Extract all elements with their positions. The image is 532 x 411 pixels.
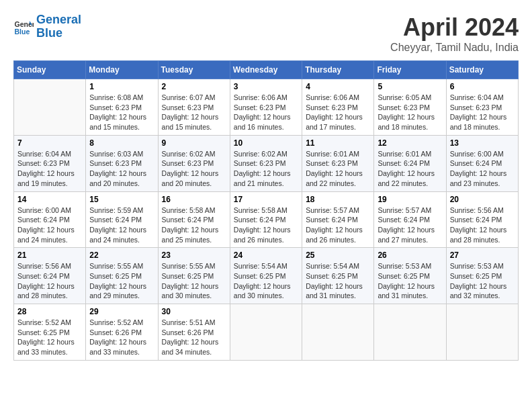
- calendar-cell: 20Sunrise: 5:56 AM Sunset: 6:24 PM Dayli…: [446, 191, 518, 248]
- calendar-cell: 19Sunrise: 5:57 AM Sunset: 6:24 PM Dayli…: [374, 191, 446, 248]
- day-info: Sunrise: 6:01 AM Sunset: 6:24 PM Dayligh…: [378, 149, 442, 189]
- day-number: 27: [450, 250, 515, 260]
- day-number: 24: [234, 250, 298, 260]
- day-number: 21: [17, 250, 82, 260]
- day-info: Sunrise: 6:03 AM Sunset: 6:23 PM Dayligh…: [89, 149, 154, 189]
- logo-text: General Blue: [36, 13, 81, 40]
- day-number: 1: [89, 82, 154, 91]
- calendar-cell: 17Sunrise: 5:58 AM Sunset: 6:24 PM Dayli…: [230, 191, 302, 248]
- weekday-header-wednesday: Wednesday: [230, 61, 302, 79]
- weekday-header-saturday: Saturday: [446, 61, 518, 79]
- logo-icon: General Blue: [13, 17, 34, 37]
- day-info: Sunrise: 6:04 AM Sunset: 6:23 PM Dayligh…: [450, 93, 515, 132]
- day-info: Sunrise: 5:51 AM Sunset: 6:26 PM Dayligh…: [162, 318, 226, 357]
- day-number: 7: [17, 138, 82, 148]
- weekday-header-friday: Friday: [374, 61, 446, 79]
- day-info: Sunrise: 5:55 AM Sunset: 6:25 PM Dayligh…: [89, 261, 154, 301]
- day-number: 3: [234, 82, 298, 91]
- logo: General Blue General Blue: [13, 13, 81, 40]
- day-number: 9: [162, 138, 226, 148]
- day-number: 6: [450, 82, 515, 91]
- logo-line1: General: [36, 13, 81, 26]
- calendar-cell: 8Sunrise: 6:03 AM Sunset: 6:23 PM Daylig…: [86, 135, 158, 191]
- day-number: 26: [378, 250, 442, 260]
- day-number: 20: [450, 195, 515, 204]
- calendar-cell: 27Sunrise: 5:53 AM Sunset: 6:25 PM Dayli…: [446, 248, 518, 304]
- calendar-cell: 14Sunrise: 6:00 AM Sunset: 6:24 PM Dayli…: [14, 191, 86, 248]
- day-number: 12: [378, 138, 442, 148]
- calendar-cell: 28Sunrise: 5:52 AM Sunset: 6:25 PM Dayli…: [14, 304, 86, 361]
- location: Cheyyar, Tamil Nadu, India: [390, 42, 519, 54]
- calendar-cell: 16Sunrise: 5:58 AM Sunset: 6:24 PM Dayli…: [158, 191, 230, 248]
- day-number: 15: [89, 195, 154, 204]
- calendar-cell: 1Sunrise: 6:08 AM Sunset: 6:23 PM Daylig…: [86, 79, 158, 136]
- calendar-body: 1Sunrise: 6:08 AM Sunset: 6:23 PM Daylig…: [14, 79, 519, 361]
- day-number: 11: [306, 138, 370, 148]
- day-info: Sunrise: 5:53 AM Sunset: 6:25 PM Dayligh…: [450, 261, 515, 301]
- svg-text:Blue: Blue: [15, 27, 30, 35]
- calendar-cell: 4Sunrise: 6:06 AM Sunset: 6:23 PM Daylig…: [302, 79, 374, 136]
- calendar-cell: [230, 304, 302, 361]
- day-info: Sunrise: 6:08 AM Sunset: 6:23 PM Dayligh…: [89, 93, 154, 132]
- day-number: 8: [89, 138, 154, 148]
- calendar-cell: 30Sunrise: 5:51 AM Sunset: 6:26 PM Dayli…: [158, 304, 230, 361]
- calendar-week-row: 28Sunrise: 5:52 AM Sunset: 6:25 PM Dayli…: [14, 304, 519, 361]
- day-number: 22: [89, 250, 154, 260]
- title-block: April 2024 Cheyyar, Tamil Nadu, India: [390, 13, 519, 54]
- calendar-cell: 10Sunrise: 6:02 AM Sunset: 6:23 PM Dayli…: [230, 135, 302, 191]
- weekday-header-thursday: Thursday: [302, 61, 374, 79]
- day-info: Sunrise: 5:52 AM Sunset: 6:26 PM Dayligh…: [89, 318, 154, 357]
- day-number: 25: [306, 250, 370, 260]
- day-number: 17: [234, 195, 298, 204]
- day-info: Sunrise: 5:57 AM Sunset: 6:24 PM Dayligh…: [306, 205, 370, 245]
- day-number: 4: [306, 82, 370, 91]
- weekday-header-row: SundayMondayTuesdayWednesdayThursdayFrid…: [14, 61, 519, 79]
- day-number: 29: [89, 307, 154, 316]
- day-number: 23: [162, 250, 226, 260]
- calendar-cell: 23Sunrise: 5:55 AM Sunset: 6:25 PM Dayli…: [158, 248, 230, 304]
- calendar-week-row: 7Sunrise: 6:04 AM Sunset: 6:23 PM Daylig…: [14, 135, 519, 191]
- calendar-cell: 6Sunrise: 6:04 AM Sunset: 6:23 PM Daylig…: [446, 79, 518, 136]
- day-number: 19: [378, 195, 442, 204]
- calendar-cell: 24Sunrise: 5:54 AM Sunset: 6:25 PM Dayli…: [230, 248, 302, 304]
- day-number: 16: [162, 195, 226, 204]
- day-number: 18: [306, 195, 370, 204]
- calendar-cell: [302, 304, 374, 361]
- calendar-week-row: 21Sunrise: 5:56 AM Sunset: 6:24 PM Dayli…: [14, 248, 519, 304]
- calendar-cell: 22Sunrise: 5:55 AM Sunset: 6:25 PM Dayli…: [86, 248, 158, 304]
- day-info: Sunrise: 6:07 AM Sunset: 6:23 PM Dayligh…: [162, 93, 226, 132]
- day-number: 30: [162, 307, 226, 316]
- day-number: 28: [17, 307, 82, 316]
- calendar-cell: 18Sunrise: 5:57 AM Sunset: 6:24 PM Dayli…: [302, 191, 374, 248]
- day-info: Sunrise: 5:58 AM Sunset: 6:24 PM Dayligh…: [162, 205, 226, 245]
- calendar-cell: 3Sunrise: 6:06 AM Sunset: 6:23 PM Daylig…: [230, 79, 302, 136]
- calendar-cell: [14, 79, 86, 136]
- day-info: Sunrise: 5:54 AM Sunset: 6:25 PM Dayligh…: [306, 261, 370, 301]
- calendar-week-row: 14Sunrise: 6:00 AM Sunset: 6:24 PM Dayli…: [14, 191, 519, 248]
- month-title: April 2024: [390, 13, 519, 42]
- day-info: Sunrise: 6:02 AM Sunset: 6:23 PM Dayligh…: [162, 149, 226, 189]
- day-info: Sunrise: 6:06 AM Sunset: 6:23 PM Dayligh…: [306, 93, 370, 132]
- calendar-cell: 29Sunrise: 5:52 AM Sunset: 6:26 PM Dayli…: [86, 304, 158, 361]
- calendar-table: SundayMondayTuesdayWednesdayThursdayFrid…: [13, 60, 519, 361]
- header: General Blue General Blue April 2024 Che…: [13, 13, 519, 54]
- day-info: Sunrise: 5:54 AM Sunset: 6:25 PM Dayligh…: [234, 261, 298, 301]
- calendar-cell: 25Sunrise: 5:54 AM Sunset: 6:25 PM Dayli…: [302, 248, 374, 304]
- day-info: Sunrise: 5:52 AM Sunset: 6:25 PM Dayligh…: [17, 318, 82, 357]
- calendar-cell: 21Sunrise: 5:56 AM Sunset: 6:24 PM Dayli…: [14, 248, 86, 304]
- calendar-week-row: 1Sunrise: 6:08 AM Sunset: 6:23 PM Daylig…: [14, 79, 519, 136]
- day-info: Sunrise: 5:53 AM Sunset: 6:25 PM Dayligh…: [378, 261, 442, 301]
- day-info: Sunrise: 5:57 AM Sunset: 6:24 PM Dayligh…: [378, 205, 442, 245]
- day-info: Sunrise: 6:00 AM Sunset: 6:24 PM Dayligh…: [450, 149, 515, 189]
- day-number: 14: [17, 195, 82, 204]
- day-info: Sunrise: 6:04 AM Sunset: 6:23 PM Dayligh…: [17, 149, 82, 189]
- day-info: Sunrise: 5:56 AM Sunset: 6:24 PM Dayligh…: [17, 261, 82, 301]
- calendar-cell: 26Sunrise: 5:53 AM Sunset: 6:25 PM Dayli…: [374, 248, 446, 304]
- calendar-cell: [374, 304, 446, 361]
- calendar-cell: 12Sunrise: 6:01 AM Sunset: 6:24 PM Dayli…: [374, 135, 446, 191]
- day-number: 2: [162, 82, 226, 91]
- day-info: Sunrise: 5:59 AM Sunset: 6:24 PM Dayligh…: [89, 205, 154, 245]
- day-info: Sunrise: 6:01 AM Sunset: 6:23 PM Dayligh…: [306, 149, 370, 189]
- calendar-cell: 15Sunrise: 5:59 AM Sunset: 6:24 PM Dayli…: [86, 191, 158, 248]
- day-info: Sunrise: 5:55 AM Sunset: 6:25 PM Dayligh…: [162, 261, 226, 301]
